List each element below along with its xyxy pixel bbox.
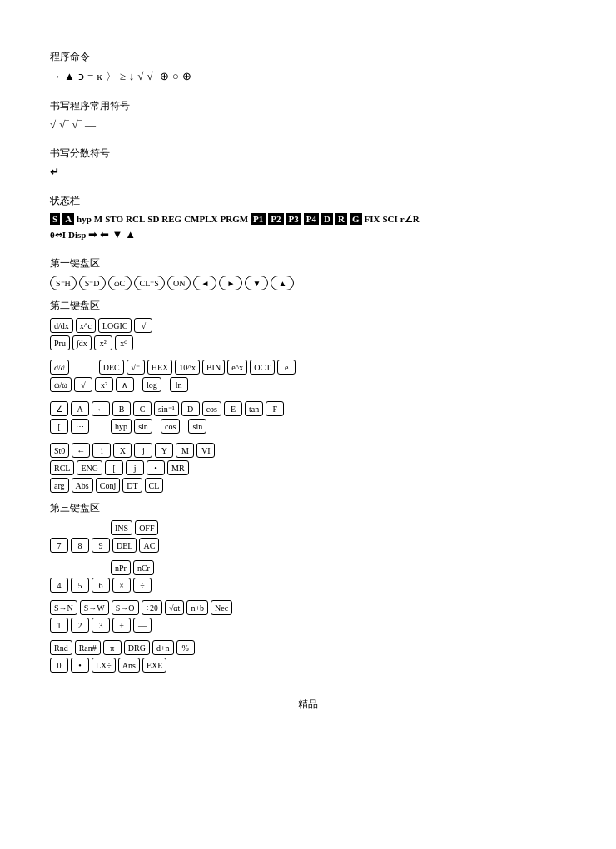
key-down[interactable]: ▼ (245, 276, 268, 290)
key-nec[interactable]: Nec (211, 600, 232, 615)
key-e[interactable]: e (277, 360, 296, 375)
key-m[interactable]: M (176, 443, 194, 458)
key-lxdiv[interactable]: LX÷ (92, 658, 116, 673)
key-10x[interactable]: 10^x (175, 360, 200, 375)
key-cos[interactable]: cos (202, 401, 221, 416)
key-pct[interactable]: % (176, 640, 195, 655)
key-mr[interactable]: MR (167, 460, 189, 475)
key-j2[interactable]: j (126, 460, 144, 475)
key-arg[interactable]: arg (50, 478, 69, 493)
key-larr2[interactable]: ← (72, 443, 90, 458)
key-ncr[interactable]: nCr (133, 560, 154, 575)
key-f[interactable]: F (266, 401, 284, 416)
key-cos2[interactable]: cos (161, 419, 180, 434)
key-4[interactable]: 4 (50, 578, 68, 593)
key-y[interactable]: Y (155, 443, 173, 458)
key-dots[interactable]: ⋯ (71, 419, 89, 434)
key-1[interactable]: 1 (50, 618, 68, 633)
key-sin3[interactable]: sin (188, 419, 206, 434)
key-sqrat[interactable]: √αt (165, 600, 185, 615)
key-sto[interactable]: St0 (50, 443, 69, 458)
key-x2[interactable]: x² (94, 335, 112, 350)
key-5[interactable]: 5 (71, 578, 89, 593)
key-8[interactable]: 8 (71, 538, 89, 553)
key-log[interactable]: log (142, 377, 161, 392)
key-dhn[interactable]: d+n (152, 640, 174, 655)
key-oc[interactable]: ωC (108, 276, 132, 290)
key-abs[interactable]: Abs (72, 478, 93, 493)
key-dec[interactable]: DEC (99, 360, 124, 375)
key-dot[interactable]: • (147, 460, 165, 475)
key-e2[interactable]: E (224, 401, 242, 416)
key-conj[interactable]: Conj (96, 478, 120, 493)
key-minus[interactable]: — (133, 618, 152, 633)
key-c[interactable]: C (133, 401, 152, 416)
key-exe[interactable]: EXE (142, 658, 166, 673)
key-right[interactable]: ► (219, 276, 242, 290)
key-ln[interactable]: ln (170, 377, 188, 392)
key-ac[interactable]: AC (139, 538, 159, 553)
key-swt[interactable]: S→W (80, 600, 109, 615)
key-3[interactable]: 3 (92, 618, 110, 633)
key-sin1[interactable]: sin⁻¹ (154, 401, 179, 416)
key-pru[interactable]: Pru (50, 335, 70, 350)
key-oct[interactable]: OCT (250, 360, 275, 375)
key-del[interactable]: DEL (112, 538, 137, 553)
key-sqrtn[interactable]: √⁻ (127, 360, 145, 375)
key-ssn[interactable]: S→N (50, 600, 77, 615)
key-9[interactable]: 9 (92, 538, 110, 553)
key-sd[interactable]: S⁻D (79, 276, 106, 290)
key-sqrt2[interactable]: √ (74, 377, 92, 392)
key-6[interactable]: 6 (92, 578, 110, 593)
key-j[interactable]: j (134, 443, 152, 458)
key-tan[interactable]: tan (245, 401, 263, 416)
key-xc[interactable]: x^c (76, 318, 96, 333)
key-up[interactable]: ▲ (271, 276, 294, 290)
key-ex[interactable]: e^x (227, 360, 247, 375)
key-ddx[interactable]: d/dx (50, 318, 73, 333)
key-eng[interactable]: ENG (77, 460, 102, 475)
key-b[interactable]: B (112, 401, 131, 416)
key-7[interactable]: 7 (50, 538, 68, 553)
key-vi[interactable]: VI (196, 443, 215, 458)
key-rcl[interactable]: RCL (50, 460, 74, 475)
key-sin2[interactable]: sin (134, 419, 152, 434)
key-x[interactable]: X (113, 443, 132, 458)
key-0[interactable]: 0 (50, 658, 68, 673)
key-xc2[interactable]: xᶜ (115, 335, 133, 350)
key-cls[interactable]: CL⁻S (134, 276, 165, 290)
key-pi[interactable]: π (103, 640, 122, 655)
key-plus[interactable]: + (112, 618, 131, 633)
key-rnd[interactable]: Rnd (50, 640, 72, 655)
key-caret[interactable]: ∧ (116, 377, 134, 392)
key-a[interactable]: A (71, 401, 89, 416)
key-omg[interactable]: ω/ω (50, 377, 72, 392)
key-off[interactable]: OFF (135, 520, 158, 535)
key-intdx[interactable]: ∫dx (72, 335, 92, 350)
key-x22[interactable]: x² (95, 377, 113, 392)
key-div2t[interactable]: ÷2θ (142, 600, 162, 615)
key-hyp[interactable]: hyp (111, 419, 132, 434)
key-lb2[interactable]: [ (105, 460, 123, 475)
key-sqrt[interactable]: √ (134, 318, 152, 333)
key-partial[interactable]: ∂/∂ (50, 360, 69, 375)
key-logic[interactable]: LOGIC (98, 318, 132, 333)
key-cl[interactable]: CL (145, 478, 164, 493)
key-i[interactable]: i (92, 443, 111, 458)
key-2[interactable]: 2 (71, 618, 89, 633)
key-div[interactable]: ÷ (133, 578, 152, 593)
key-drg[interactable]: DRG (124, 640, 150, 655)
key-ins[interactable]: INS (111, 520, 132, 535)
key-ran[interactable]: Ran# (75, 640, 101, 655)
key-nab[interactable]: n+b (186, 600, 208, 615)
key-bin[interactable]: BIN (202, 360, 225, 375)
key-npr[interactable]: nPr (111, 560, 131, 575)
key-left[interactable]: ◄ (193, 276, 216, 290)
key-mul[interactable]: × (112, 578, 131, 593)
key-dt[interactable]: DT (122, 478, 142, 493)
key-lbracket[interactable]: [ (50, 419, 68, 434)
key-so[interactable]: S→O (112, 600, 139, 615)
key-period[interactable]: • (71, 658, 89, 673)
key-angle[interactable]: ∠ (50, 401, 68, 416)
key-hex[interactable]: HEX (147, 360, 173, 375)
